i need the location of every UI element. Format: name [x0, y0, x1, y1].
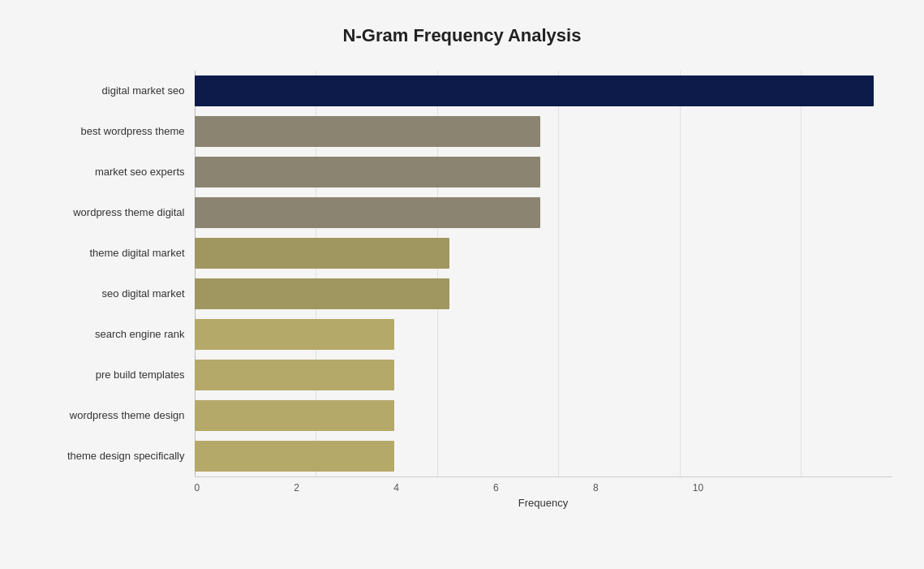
x-axis: 0246810 [195, 476, 892, 494]
bars-section: digital market seobest wordpress themema… [32, 71, 892, 476]
bar-fill [195, 278, 449, 309]
bar-label: theme design specifically [32, 450, 195, 462]
bar-fill [195, 441, 395, 472]
x-tick: 6 [493, 482, 593, 494]
x-tick: 10 [693, 482, 793, 494]
x-tick: 0 [195, 482, 294, 494]
bar-track [195, 157, 892, 188]
bar-row: wordpress theme design [32, 395, 892, 436]
x-tick: 8 [593, 482, 693, 494]
bar-row: digital market seo [32, 71, 892, 111]
bar-label: market seo experts [32, 166, 195, 178]
x-tick: 2 [294, 482, 393, 494]
bar-label: wordpress theme design [32, 409, 195, 421]
bar-label: search engine rank [32, 328, 195, 340]
bar-track [195, 116, 892, 147]
bar-label: pre build templates [32, 369, 195, 381]
bar-row: theme digital market [32, 233, 892, 274]
bar-track [195, 197, 892, 228]
bar-row: pre build templates [32, 355, 892, 395]
bar-track [195, 278, 892, 309]
bar-fill [195, 360, 395, 390]
bar-label: seo digital market [32, 287, 195, 300]
bar-label: digital market seo [32, 84, 195, 97]
bar-fill [195, 75, 875, 106]
bar-label: theme digital market [32, 247, 195, 259]
bar-row: wordpress theme digital [32, 192, 892, 233]
bar-row: seo digital market [32, 274, 892, 314]
chart-area: digital market seobest wordpress themema… [32, 71, 892, 509]
bar-fill [195, 319, 395, 350]
chart-title: N-Gram Frequency Analysis [32, 25, 892, 46]
bar-row: search engine rank [32, 314, 892, 355]
bar-label: wordpress theme digital [32, 206, 195, 218]
bar-track [195, 400, 892, 431]
bar-row: theme design specifically [32, 436, 892, 476]
bar-fill [195, 116, 540, 147]
bar-fill [195, 197, 540, 228]
bar-track [195, 319, 892, 350]
bar-row: best wordpress theme [32, 111, 892, 152]
bar-track [195, 360, 892, 390]
chart-container: N-Gram Frequency Analysis digital market… [16, 9, 909, 561]
bar-track [195, 441, 892, 472]
bar-track [195, 75, 892, 106]
bar-fill [195, 400, 395, 431]
x-axis-label: Frequency [195, 497, 892, 509]
bar-fill [195, 238, 449, 269]
bar-label: best wordpress theme [32, 125, 195, 137]
x-tick: 4 [393, 482, 493, 494]
bar-row: market seo experts [32, 152, 892, 192]
bar-fill [195, 157, 540, 188]
bar-track [195, 238, 892, 269]
